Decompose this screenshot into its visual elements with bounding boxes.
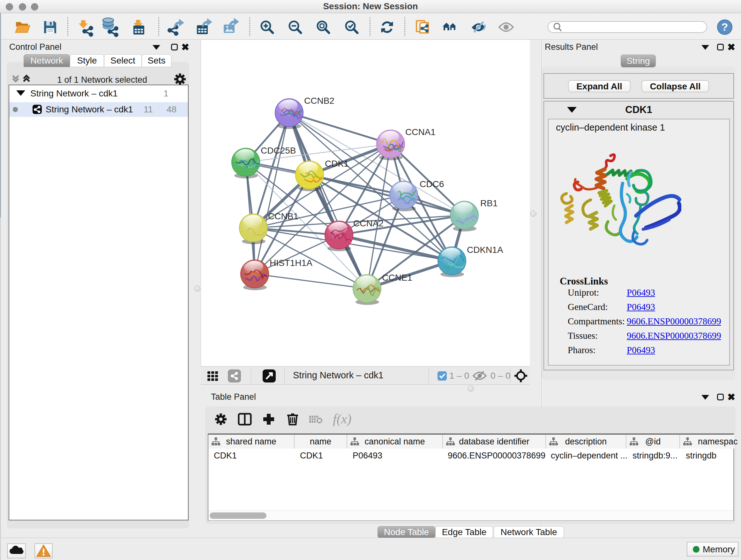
svg-text:f(x): f(x) [333,412,351,427]
svg-text:CCNA1: CCNA1 [405,127,435,137]
svg-text:CDK1: CDK1 [325,159,349,169]
svg-text:CCNB2: CCNB2 [304,96,334,106]
svg-text:CDC25B: CDC25B [261,145,296,155]
svg-text:CDC6: CDC6 [420,179,444,189]
svg-text:?: ? [722,21,728,33]
svg-text:RB1: RB1 [480,198,497,208]
svg-text:CCNE1: CCNE1 [382,273,412,283]
svg-text:CCNB1: CCNB1 [268,211,298,221]
svg-text:HIST1H1A: HIST1H1A [270,258,313,268]
svg-text:CCNA2: CCNA2 [353,219,384,228]
svg-text:CDKN1A: CDKN1A [467,245,503,255]
